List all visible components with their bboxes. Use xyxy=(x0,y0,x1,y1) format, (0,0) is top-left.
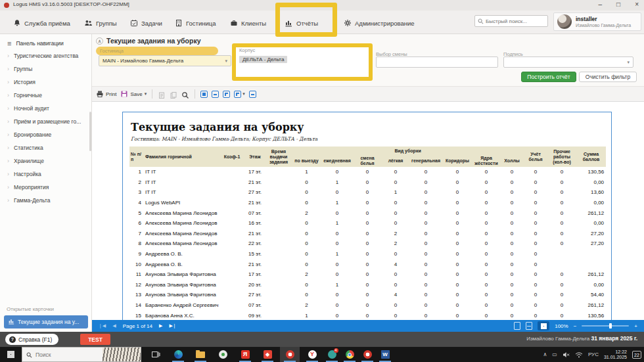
open-card-current-report[interactable]: Текущие задания на у... xyxy=(4,315,88,328)
table-cell: 0 xyxy=(382,249,409,260)
continuous-view-icon[interactable] xyxy=(526,322,532,330)
status-date: 31 января 2025 г. xyxy=(591,335,637,342)
taskbar-search-input[interactable] xyxy=(35,351,88,358)
sidebar-header[interactable]: ≡ Панель навигации xyxy=(0,34,91,49)
previous-page-button[interactable]: ◀ xyxy=(112,323,116,328)
build-report-button[interactable]: Построить отчёт xyxy=(521,72,576,82)
status-bar: ? Справка (F1) TEST Измайлово Гамма-Дель… xyxy=(0,332,644,347)
table-cell: 0 xyxy=(500,269,524,280)
table-cell: 0 xyxy=(409,238,442,249)
table-cell xyxy=(219,280,244,290)
table-cell: 0 xyxy=(500,218,524,229)
table-row: 5 Алексеева Марина Леонидов 07 эт. 2 0 0… xyxy=(129,208,606,218)
thumbnails-icon[interactable] xyxy=(223,91,230,98)
help-button[interactable]: ? Справка (F1) xyxy=(5,334,58,345)
sidebar-item[interactable]: › История xyxy=(0,76,91,89)
tab-groups[interactable]: Группы xyxy=(84,16,117,30)
start-button[interactable] xyxy=(0,347,22,362)
settings-circle-icon[interactable] xyxy=(213,347,233,362)
clear-filter-button[interactable]: Очистить фильтр xyxy=(579,72,637,82)
file-explorer-icon[interactable] xyxy=(191,347,210,362)
next-page-button[interactable]: ▶ xyxy=(159,323,162,328)
test-environment-badge[interactable]: TEST xyxy=(80,334,110,345)
volume-muted-icon[interactable] xyxy=(563,349,570,361)
tab-clients[interactable]: Клиенты xyxy=(230,16,266,30)
hotel-select[interactable]: MAIN - Измайлово Гамма-Дельта ▾ xyxy=(99,55,231,66)
wifi-icon[interactable] xyxy=(575,349,583,361)
report-viewer[interactable]: Текущие задания на уборку Гостиница: MAI… xyxy=(92,102,644,320)
sidebar-item[interactable]: › Ночной аудит xyxy=(0,102,91,115)
group-header: Вид уборки xyxy=(292,147,524,155)
chevron-down-icon: ▾ xyxy=(627,60,630,65)
zoom-search-icon[interactable] xyxy=(181,90,189,98)
zoom-slider-thumb[interactable] xyxy=(609,323,612,328)
page-layout-icon[interactable] xyxy=(234,91,241,98)
report-viewer-toolbar: Print Save ▾ ▾ xyxy=(92,87,644,102)
sidebar-scrollbar[interactable] xyxy=(89,112,91,151)
sidebar-item[interactable]: › Гамма-Дельта xyxy=(0,194,91,207)
korpus-selected-chip[interactable]: ДЕЛЬТА - Дельта xyxy=(239,56,287,63)
shift-input[interactable] xyxy=(376,57,498,68)
save-button[interactable]: Save ▾ xyxy=(120,90,147,98)
yandex-y-icon[interactable]: Y xyxy=(302,347,322,362)
zoom-slider[interactable] xyxy=(582,325,629,327)
table-cell: 0 xyxy=(500,238,524,249)
task-view-icon[interactable] xyxy=(146,347,166,362)
quick-search-box[interactable] xyxy=(474,15,548,27)
sidebar-item[interactable]: › Статистика xyxy=(0,141,91,154)
table-cell: 0 xyxy=(500,280,524,290)
fit-width-icon[interactable] xyxy=(212,91,219,98)
minimize-button[interactable]: – xyxy=(599,0,603,9)
single-page-view-icon[interactable] xyxy=(514,322,520,330)
tab-front-desk[interactable]: Служба приёма xyxy=(13,16,70,30)
sidebar-item[interactable]: › Настройка xyxy=(0,168,91,181)
maximize-button[interactable]: □ xyxy=(616,0,620,9)
print-button[interactable]: Print xyxy=(96,90,116,98)
language-indicator[interactable]: РУС xyxy=(588,351,599,357)
user-menu[interactable]: installer Измайлово Гамма-Дельта xyxy=(553,12,641,31)
sidebar-item[interactable]: › Туристические агентства xyxy=(0,49,91,62)
close-button[interactable]: × xyxy=(635,0,639,9)
fit-page-icon[interactable] xyxy=(200,91,208,98)
collapse-panel-icon[interactable]: ∧ xyxy=(96,37,103,45)
tab-administration[interactable]: Администрирование xyxy=(344,16,415,30)
two-page-view-icon[interactable] xyxy=(249,91,256,98)
red-diamond-app-icon[interactable]: ◆ xyxy=(258,347,277,362)
table-cell: 4 xyxy=(129,198,144,208)
sidebar-item[interactable]: › Мероприятия xyxy=(0,181,91,194)
multi-page-view-icon[interactable] xyxy=(538,321,549,330)
table-cell: 0 xyxy=(353,290,382,300)
signature-select[interactable]: ▾ xyxy=(503,57,633,68)
taskbar-search[interactable] xyxy=(22,347,141,362)
edge-icon[interactable] xyxy=(168,347,188,362)
tab-hotel[interactable]: Гостиница xyxy=(175,16,216,30)
quick-search-input[interactable] xyxy=(486,18,542,24)
first-page-button[interactable]: ❘◀ xyxy=(99,323,106,328)
tab-reports[interactable]: Отчёты xyxy=(285,16,318,30)
table-cell: 9 xyxy=(129,249,144,260)
zoom-in-button[interactable]: + xyxy=(634,323,637,329)
col-header: по выезду xyxy=(292,155,321,167)
tray-chevron-icon[interactable]: ∧ xyxy=(543,351,547,357)
last-page-button[interactable]: ▶❘ xyxy=(169,323,176,328)
logus-hms-window: Logus HMS v3.16.0.5003 [DESKTOP-OHF22MM]… xyxy=(0,0,644,362)
notifications-icon[interactable]: 22 xyxy=(632,351,641,359)
tab-tasks[interactable]: Задачи xyxy=(130,16,162,30)
sidebar-item[interactable]: › Приём и размещение го... xyxy=(0,115,91,128)
sidebar-item[interactable]: › Горничные xyxy=(0,89,91,102)
yandex-browser-icon[interactable]: Я xyxy=(235,347,255,362)
sidebar-item[interactable]: › Группы xyxy=(0,62,91,76)
logus-app-icon[interactable] xyxy=(280,347,300,362)
sidebar-item[interactable]: › Бронирование xyxy=(0,128,91,141)
sidebar-item[interactable]: › Хранилище xyxy=(0,154,91,168)
taskbar-clock[interactable]: 12:22 31.01.2025 xyxy=(604,350,627,360)
table-cell: 0 xyxy=(382,208,409,218)
chrome-icon[interactable] xyxy=(340,347,359,362)
table-cell: 0 xyxy=(442,280,472,290)
zoom-out-button[interactable]: − xyxy=(574,323,577,329)
word-icon[interactable]: W xyxy=(375,347,395,362)
battery-icon[interactable]: ▭ xyxy=(552,351,557,357)
logus-app-icon-2[interactable] xyxy=(357,347,377,362)
chevron-right-icon: › xyxy=(7,184,9,191)
teal-messenger-icon[interactable] xyxy=(322,347,342,362)
